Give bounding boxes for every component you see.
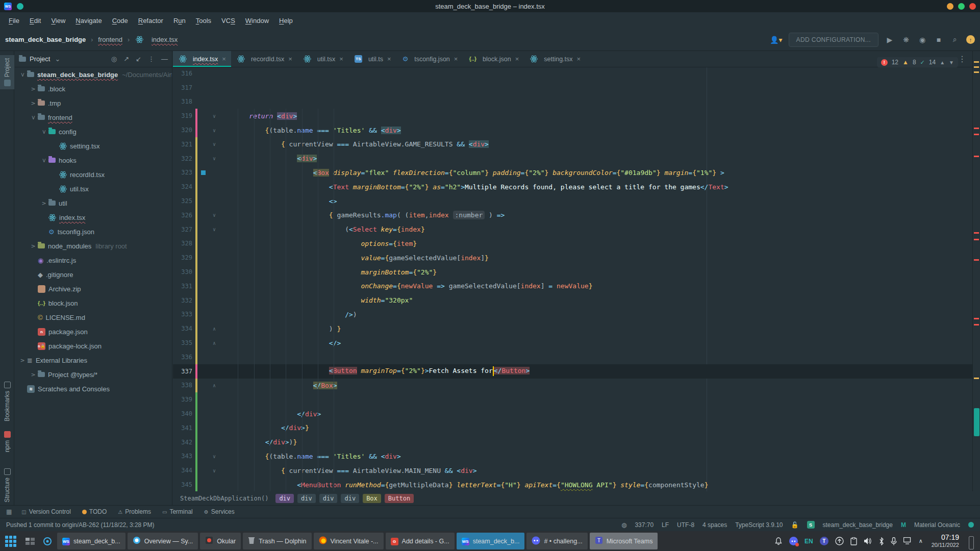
tree-item-package-lock-json[interactable]: n🔒package-lock.json — [15, 339, 172, 353]
tree-item-frontend[interactable]: >frontend — [15, 110, 172, 124]
code-line-321[interactable]: 321∨ { currentView === AirtableView.GAME… — [173, 137, 972, 152]
discord-tray-icon[interactable] — [789, 537, 798, 545]
task-button--challeng-[interactable]: # • challeng... — [526, 533, 587, 549]
code-line-331[interactable]: 331 onChange={newValue => gameSelectedVa… — [173, 279, 972, 293]
menu-item-help[interactable]: Help — [274, 15, 297, 27]
fold-collapse-icon[interactable]: ∨ — [209, 113, 220, 119]
code-line-339[interactable]: 339 — [173, 392, 972, 407]
code-line-317[interactable]: 317 — [173, 81, 972, 95]
chevron-closed-icon[interactable]: > — [30, 243, 37, 249]
chevron-closed-icon[interactable]: > — [30, 100, 37, 107]
breadcrumb-chip-steamdeckdbapplication[interactable]: SteamDeckDbApplication() — [180, 494, 272, 503]
fold-collapse-icon[interactable]: ∨ — [209, 141, 220, 147]
menu-item-refactor[interactable]: Refactor — [134, 15, 168, 27]
menu-item-navigate[interactable]: Navigate — [71, 15, 106, 27]
code-line-320[interactable]: 320∨ {(table.name === 'Titles' && <div> — [173, 123, 972, 137]
code-line-324[interactable]: 324 <Text marginBottom={"2%"} as="h2">Mu… — [173, 180, 972, 194]
chevron-open-icon[interactable]: > — [19, 71, 26, 78]
tree-item--eslintrc-js[interactable]: ◉.eslintrc.js — [15, 253, 172, 267]
tree-item-block-json[interactable]: {..}block.json — [15, 296, 172, 310]
chevron-open-icon[interactable]: > — [41, 128, 47, 135]
code-line-332[interactable]: 332 width="320px" — [173, 293, 972, 308]
next-issue-icon[interactable]: ▼ — [949, 60, 954, 65]
tab-block-json[interactable]: {..}block.json× — [463, 51, 524, 67]
tree-item-util-tsx[interactable]: util.tsx — [15, 182, 172, 196]
tree-item-scratches-and-consoles[interactable]: ≋Scratches and Consoles — [15, 382, 172, 396]
chevron-open-icon[interactable]: > — [30, 114, 37, 121]
chevron-closed-icon[interactable]: > — [30, 371, 37, 378]
task-button-steam-deck-b-[interactable]: WSsteam_deck_b... — [457, 533, 525, 549]
code-analysis-icon[interactable]: ◍ — [621, 521, 626, 529]
tree-item-hooks[interactable]: >hooks — [15, 153, 172, 167]
code-line-333[interactable]: 333 />) — [173, 308, 972, 322]
code-line-318[interactable]: 318 — [173, 95, 972, 109]
task-button-steam-deck-b-[interactable]: WSsteam_deck_b... — [57, 533, 125, 549]
editor-area[interactable]: index.tsx×recordId.tsx×util.tsx×TSutil.t… — [173, 51, 972, 491]
tray-expand-icon[interactable]: ∧ — [919, 538, 923, 544]
fold-collapse-icon[interactable]: ∨ — [209, 156, 220, 161]
locate-file-icon[interactable]: ◎ — [111, 55, 117, 63]
tree-item-license-md[interactable]: ©LICENSE.md — [15, 310, 172, 324]
theme-name[interactable]: Material Oceanic — [914, 521, 960, 529]
breadcrumb-chip-box[interactable]: Box — [363, 494, 381, 503]
breadcrumb-item[interactable]: steam_deck_base_bridge — [5, 36, 86, 43]
tab-tsconfig-json[interactable]: ⚙tsconfig.json× — [396, 51, 463, 67]
tab-setting-tsx[interactable]: setting.tsx× — [524, 51, 586, 67]
breadcrumb-chip-div[interactable]: div — [341, 494, 359, 503]
run-icon[interactable]: ▶ — [885, 36, 895, 44]
code-line-335[interactable]: 335∧ </> — [173, 336, 972, 350]
material-theme-icon[interactable]: M — [901, 521, 906, 529]
chevron-closed-icon[interactable]: > — [30, 86, 37, 92]
collapse-all-icon[interactable]: ↙ — [136, 55, 141, 63]
code-line-336[interactable]: 336 — [173, 350, 972, 364]
code-editor[interactable]: 316317318319∨ return <div>320∨ {(table.n… — [173, 67, 972, 491]
breadcrumb-item[interactable]: frontend — [98, 36, 122, 43]
toolwindow-terminal[interactable]: ▭Terminal — [158, 507, 197, 516]
code-line-337[interactable]: 337 <Button marginTop={"2%"}>Fetch Asset… — [173, 364, 972, 379]
tab-index-tsx[interactable]: index.tsx× — [173, 51, 231, 67]
menu-item-run[interactable]: Run — [169, 15, 190, 27]
chevron-down-icon[interactable]: ⌄ — [55, 55, 60, 63]
debug-icon[interactable]: ❋ — [901, 36, 911, 44]
code-line-328[interactable]: 328 options={item} — [173, 237, 972, 251]
tool-stripe-structure[interactable]: Structure — [0, 468, 14, 503]
task-button-add-details-g-[interactable]: GAdd details - G... — [386, 533, 455, 549]
tab-close-icon[interactable]: × — [339, 55, 343, 63]
code-line-343[interactable]: 343∨ {(table.name === 'Titles' && <div> — [173, 449, 972, 464]
menu-item-code[interactable]: Code — [108, 15, 133, 27]
tab-close-icon[interactable]: × — [288, 55, 292, 63]
peek-desktop-button[interactable] — [969, 536, 974, 549]
tree-item-package-json[interactable]: npackage.json — [15, 324, 172, 339]
toolwindow-services[interactable]: ⚙Services — [199, 507, 239, 516]
tab-close-icon[interactable]: × — [454, 55, 458, 63]
tab-close-icon[interactable]: × — [515, 55, 519, 63]
git-branch[interactable]: steam_deck_base_bridge — [823, 521, 893, 529]
breadcrumb-chip-div[interactable]: div — [275, 494, 294, 503]
typescript-version[interactable]: TypeScript 3.9.10 — [735, 521, 783, 529]
tab-recordId-tsx[interactable]: recordId.tsx× — [231, 51, 297, 67]
display-cast-icon[interactable] — [903, 537, 912, 545]
code-line-330[interactable]: 330 marginBottom={"2%"} — [173, 265, 972, 279]
line-ending[interactable]: LF — [662, 521, 669, 529]
tree-item--block[interactable]: >.block — [15, 82, 172, 96]
menu-item-view[interactable]: View — [46, 15, 70, 27]
chevron-closed-icon[interactable]: > — [19, 357, 26, 364]
tool-stripe-npm[interactable]: npm — [0, 431, 14, 452]
code-line-334[interactable]: 334∧ ) } — [173, 321, 972, 336]
vcs-status-message[interactable]: Pushed 1 commit to origin/AB-262 (11/18/… — [6, 521, 155, 529]
pager-icon[interactable] — [21, 531, 39, 551]
tool-stripe-project[interactable]: Project — [0, 55, 14, 89]
clipboard-tray-icon[interactable] — [850, 537, 857, 545]
toolwindow-todo[interactable]: TODO — [78, 507, 111, 516]
code-line-344[interactable]: 344∨ { currentView === AirtableView.MAIN… — [173, 463, 972, 478]
chevron-open-icon[interactable]: > — [41, 157, 47, 164]
tab-close-icon[interactable]: × — [577, 55, 581, 63]
toolwindow-problems[interactable]: ⚠Problems — [113, 507, 156, 516]
tree-item-node-modules[interactable]: >node_moduleslibrary root — [15, 239, 172, 253]
updates-tray-icon[interactable] — [835, 537, 844, 545]
maximize-button[interactable] — [958, 3, 965, 10]
tab-util-ts[interactable]: TSutil.ts× — [348, 51, 396, 67]
scheme-badge[interactable]: S — [807, 521, 815, 529]
breadcrumb-chip-button[interactable]: Button — [385, 494, 414, 503]
fold-expand-icon[interactable]: ∧ — [209, 340, 220, 346]
